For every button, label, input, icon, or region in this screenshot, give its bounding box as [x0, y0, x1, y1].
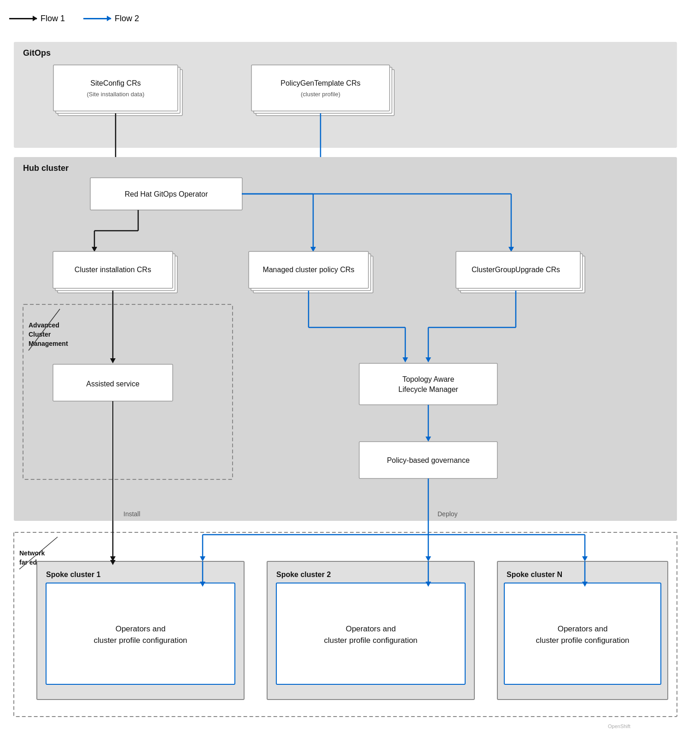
svg-marker-68	[582, 556, 588, 561]
managed-policy-crs: Managed cluster policy CRs	[262, 266, 354, 274]
gitops-operator: Red Hat GitOps Operator	[125, 190, 208, 198]
svg-marker-64	[200, 556, 205, 561]
deploy-label: Deploy	[438, 510, 458, 518]
svg-rect-3	[53, 65, 178, 111]
svg-rect-50	[359, 363, 497, 405]
spoke1-label: Spoke cluster 1	[46, 571, 100, 578]
siteconfig-title: SiteConfig CRs	[90, 79, 140, 87]
watermark: OpenShift	[608, 723, 630, 729]
acm-label: Advanced	[29, 321, 59, 329]
svg-text:Cluster: Cluster	[29, 331, 51, 338]
flow2-arrow	[83, 18, 111, 19]
talm-line2: Lifecycle Manager	[398, 385, 459, 393]
flow2-label: Flow 2	[115, 14, 139, 23]
talm-line1: Topology Aware	[402, 375, 455, 383]
flow2-legend: Flow 2	[83, 14, 139, 23]
main-diagram: GitOps SiteConfig CRs (Site installation…	[9, 37, 682, 729]
spoken-label: Spoke cluster N	[507, 571, 562, 578]
policy-governance: Policy-based governance	[387, 456, 470, 464]
assisted-service: Assisted service	[86, 380, 140, 388]
gitops-label: GitOps	[23, 48, 51, 58]
install-label: Install	[123, 510, 140, 518]
policygen-title: PolicyGenTemplate CRs	[280, 79, 360, 87]
diagram-svg: GitOps SiteConfig CRs (Site installation…	[9, 37, 682, 729]
hub-label: Hub cluster	[23, 163, 69, 173]
svg-rect-74	[504, 583, 661, 684]
spoke2-box-line2: cluster profile configuration	[324, 636, 417, 645]
svg-rect-72	[276, 583, 465, 684]
legend: Flow 1 Flow 2	[9, 9, 691, 28]
policygen-subtitle: (cluster profile)	[301, 91, 340, 98]
svg-marker-66	[426, 556, 431, 561]
spoke2-label: Spoke cluster 2	[276, 571, 331, 578]
svg-text:Management: Management	[29, 340, 68, 347]
siteconfig-subtitle: (Site installation data)	[87, 91, 144, 98]
spoken-box-line2: cluster profile configuration	[536, 636, 629, 645]
flow1-label: Flow 1	[41, 14, 65, 23]
svg-rect-6	[251, 65, 390, 111]
flow1-legend: Flow 1	[9, 14, 65, 23]
spoken-box-line1: Operators and	[558, 624, 608, 633]
svg-rect-70	[46, 583, 235, 684]
cluster-group-upgrade: ClusterGroupUpgrade CRs	[472, 266, 560, 274]
flow1-arrow	[9, 18, 37, 19]
spoke1-box-line2: cluster profile configuration	[93, 636, 187, 645]
spoke1-box-line1: Operators and	[116, 624, 166, 633]
cluster-install-crs: Cluster installation CRs	[75, 266, 151, 274]
spoke2-box-line1: Operators and	[346, 624, 396, 633]
